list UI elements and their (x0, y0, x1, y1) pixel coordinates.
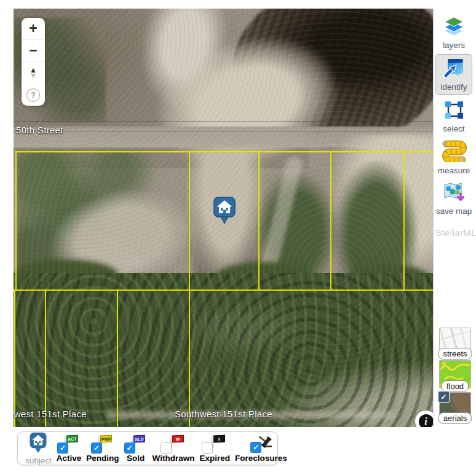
terrain-trees-right (335, 161, 418, 295)
baselayer-label: streets (438, 348, 472, 360)
legend-status-pending: PND ✓ Pending (86, 435, 119, 463)
tool-label: select (443, 124, 464, 133)
parcel-line (14, 289, 433, 291)
baselayer-aerials[interactable]: ✓ aerials (439, 392, 470, 420)
legend-status-active: ACT ✓ Active (57, 435, 82, 463)
tool-identify[interactable]: identify (435, 54, 472, 95)
identify-icon (442, 57, 466, 81)
parcel-line (330, 151, 331, 291)
terrain-forest-bottom (14, 273, 433, 427)
parcel-line (15, 151, 433, 152)
parcel-line (258, 151, 260, 291)
street-label-151st-left: hwest 151st Place (14, 409, 87, 419)
listing-legend-bar: subject ACT ✓ Active PND ✓ (17, 431, 278, 465)
check-icon: ✓ (127, 444, 133, 452)
select-icon (443, 100, 465, 123)
status-label: Foreclosures (235, 454, 287, 463)
tool-select[interactable]: select (434, 100, 474, 133)
question-mark-icon: ? (26, 88, 40, 102)
status-label: Pending (86, 454, 119, 463)
terrain-forest-edge (14, 259, 118, 290)
check-icon: ✓ (93, 444, 100, 452)
expired-checkbox[interactable]: ✓ (202, 442, 213, 454)
zoom-in-button[interactable]: + (22, 18, 45, 39)
terrain-clearing-left (41, 178, 202, 299)
minus-icon: − (29, 44, 37, 58)
tool-label: layers (443, 41, 465, 50)
terrain-forest-edge (349, 264, 429, 290)
withdrawn-flag-icon: W (170, 435, 185, 449)
aerials-preview-icon: ✓ aerials (439, 392, 471, 420)
sold-checkbox[interactable]: ✓ (124, 442, 135, 454)
tool-layers[interactable]: layers (434, 16, 474, 50)
legend-status-expired: X ✓ Expired (199, 435, 230, 463)
tool-label: save map (436, 206, 472, 216)
parcel-line (117, 289, 118, 427)
tool-label: identify (441, 82, 467, 92)
measure-icon (441, 139, 467, 165)
street-label-50th: 50th Street (16, 125, 63, 135)
terrain-burn-core (275, 9, 433, 98)
zoom-out-button[interactable]: − (22, 39, 45, 61)
status-label: Expired (199, 454, 230, 463)
pan-control[interactable]: ▲ ▼ (22, 61, 45, 84)
terrain-trees-midright (255, 170, 338, 296)
check-icon: ✓ (253, 444, 259, 451)
status-label: Active (57, 454, 82, 463)
terrain-forest-edge (216, 262, 315, 290)
info-button[interactable]: i (415, 411, 433, 427)
expired-flag-icon: X (212, 435, 226, 449)
terrain-powerline (14, 121, 433, 122)
plus-icon: + (29, 22, 37, 36)
terrain-sand-right (330, 135, 433, 282)
active-checkbox[interactable]: ✓ (57, 442, 68, 454)
legend-status-sold: SLD ✓ Sold (124, 435, 148, 463)
legend-status-foreclosures: ✓ Foreclosures (235, 435, 287, 463)
parcel-line (45, 289, 46, 427)
parcel-line (14, 289, 15, 427)
streets-preview-icon: ✓ streets (439, 328, 471, 356)
terrain-trees-left (17, 151, 198, 294)
tool-sidebar: layers identify (433, 9, 474, 427)
pending-checkbox[interactable]: ✓ (91, 442, 102, 454)
terrain-powerline (14, 131, 433, 132)
withdrawn-checkbox[interactable]: ✓ (161, 442, 172, 454)
stellar-mls-watermark: StellarMLS (435, 227, 476, 238)
info-icon: i (419, 414, 434, 428)
check-icon: ✓ (438, 391, 450, 403)
terrain-burn-topright (221, 9, 433, 161)
pan-arrows-icon: ▲ ▼ (30, 68, 37, 78)
baselayer-label: aerials (438, 412, 472, 424)
parcel-line (189, 151, 190, 427)
check-icon: ✓ (60, 444, 66, 452)
flood-preview-icon: ✓ flood (439, 360, 471, 388)
parcel-line (15, 151, 17, 291)
help-button[interactable]: ? (22, 84, 45, 106)
legend-status-withdrawn: W ✓ Withdrawn (153, 435, 195, 463)
subject-label: subject (25, 456, 52, 465)
aerial-map-canvas[interactable]: 50th Street hwest 151st Place Southwest … (14, 9, 433, 427)
tool-save-map[interactable]: save map (434, 181, 474, 216)
subject-marker-icon[interactable] (213, 197, 236, 226)
foreclosures-checkbox[interactable]: ✓ (250, 442, 261, 453)
status-label: Withdrawn (153, 454, 195, 463)
legend-subject: subject (25, 432, 52, 465)
tool-label: measure (438, 166, 470, 175)
street-label-151st-center: Southwest 151st Place (175, 409, 272, 419)
terrain-trail (253, 155, 304, 299)
save-map-icon (442, 181, 466, 205)
terrain-road-50th (14, 127, 433, 148)
map-nav-control: + − ▲ ▼ ? (22, 18, 45, 106)
terrain-sand-center (146, 22, 349, 183)
subject-pin-icon (28, 432, 48, 458)
baselayer-streets[interactable]: ✓ streets (439, 328, 470, 356)
baselayer-flood[interactable]: ✓ flood (439, 360, 470, 388)
terrain-dirt-top (14, 9, 309, 168)
parcel-line (403, 151, 405, 291)
tool-measure[interactable]: measure (434, 139, 474, 175)
map-application: 50th Street hwest 151st Place Southwest … (0, 0, 476, 472)
layers-icon (443, 16, 465, 39)
status-label: Sold (127, 454, 145, 463)
terrain-path-topcenter (130, 9, 234, 117)
